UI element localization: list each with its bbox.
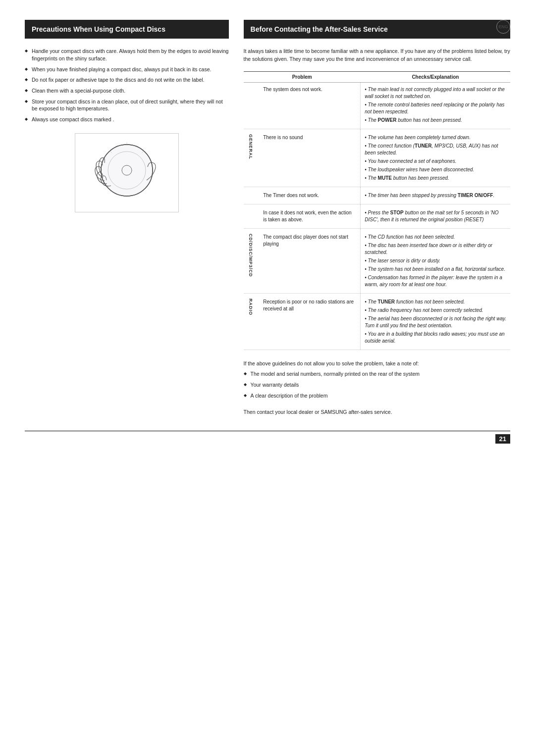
check-item: • Press the STOP button on the mait set … xyxy=(365,209,506,223)
bottom-text: If the above guidelines do not allow you… xyxy=(244,360,419,366)
right-intro-text: It always takes a little time to become … xyxy=(244,48,510,63)
problem-cell: There is no sound xyxy=(259,129,361,187)
col-header-problem: Problem xyxy=(244,71,361,82)
vertical-label: CD/DISC/MP3/CD xyxy=(248,234,256,277)
bullet-item: Clean them with a special-purpose cloth. xyxy=(25,87,229,95)
vertical-label: GENERAL xyxy=(248,134,256,159)
disc-image-container xyxy=(75,133,179,212)
svg-point-3 xyxy=(101,145,153,196)
problem-cell: The Timer does not work. xyxy=(259,187,361,204)
table-row: The system does not work.• The main lead… xyxy=(244,82,510,129)
check-item: • The laser sensor is dirty or dusty. xyxy=(365,257,506,264)
bullet-item: Handle your compact discs with care. Alw… xyxy=(25,48,229,62)
check-cell: • The volume has been completely turned … xyxy=(361,129,510,187)
bullet-item: Do not fix paper or adhesive tape to the… xyxy=(25,76,229,84)
check-item: • Condensation has formed in the player:… xyxy=(365,274,506,288)
problem-cell: The system does not work. xyxy=(259,82,361,129)
side-label-cell xyxy=(244,187,260,204)
side-label-cell: GENERAL xyxy=(244,129,260,187)
intro-bold: It always takes a little time to become … xyxy=(244,48,510,62)
check-cell: • The CD function has not been selected.… xyxy=(361,228,510,293)
right-section-header: Before Contacting the After-Sales Servic… xyxy=(244,20,510,39)
side-label-cell xyxy=(244,82,260,129)
check-cell: • The timer has been stopped by pressing… xyxy=(361,187,510,204)
eng-badge: ENG xyxy=(496,20,510,34)
bottom-bullet-item: A clear description of the problem xyxy=(244,392,510,400)
bottom-bullet-item: Your warranty details xyxy=(244,381,510,389)
bottom-notes: If the above guidelines do not allow you… xyxy=(244,360,510,416)
bottom-bullets-list: The model and serial numbers, normally p… xyxy=(244,370,510,399)
check-item: • The main lead is not correctly plugged… xyxy=(365,86,506,100)
check-item: • The system has not been installed on a… xyxy=(365,266,506,273)
page-layout: Precautions When Using Compact Discs Han… xyxy=(25,20,510,416)
side-label-cell: CD/DISC/MP3/CD xyxy=(244,228,260,293)
side-label-cell xyxy=(244,204,260,228)
bottom-footer: Then contact your local dealer or SAMSUN… xyxy=(244,408,510,416)
bullet-item: Store your compact discs in a clean plac… xyxy=(25,98,229,112)
check-item: • The timer has been stopped by pressing… xyxy=(365,192,506,199)
table-row: GENERALThere is no sound• The volume has… xyxy=(244,129,510,187)
check-item: • The correct function (TUNER, MP3/CD, U… xyxy=(365,143,506,156)
table-row: The Timer does not work.• The timer has … xyxy=(244,187,510,204)
check-item: • The remote control batteries need repl… xyxy=(365,101,506,115)
bullet-item: Always use compact discs marked . xyxy=(25,116,229,123)
check-item: • The POWER button has not been pressed. xyxy=(365,117,506,124)
right-column: ENG Before Contacting the After-Sales Se… xyxy=(244,20,510,416)
problem-cell: The compact disc player does not start p… xyxy=(259,228,361,293)
vertical-label: RADIO xyxy=(248,299,256,315)
page-number-bar: 21 xyxy=(25,431,510,444)
bullet-item: When you have finished playing a compact… xyxy=(25,66,229,73)
bottom-bullet-item: The model and serial numbers, normally p… xyxy=(244,370,510,378)
check-cell: • Press the STOP button on the mait set … xyxy=(361,204,510,228)
left-column: Precautions When Using Compact Discs Han… xyxy=(25,20,229,416)
check-item: • The radio frequency has not been corre… xyxy=(365,307,506,314)
disc-illustration xyxy=(82,138,171,207)
table-row: In case it does not work, even the actio… xyxy=(244,204,510,228)
col-header-check: Checks/Explanation xyxy=(361,71,510,82)
table-row: CD/DISC/MP3/CDThe compact disc player do… xyxy=(244,228,510,293)
side-label-cell: RADIO xyxy=(244,293,260,350)
table-row: RADIOReception is poor or no radio stati… xyxy=(244,293,510,350)
check-cell: • The main lead is not correctly plugged… xyxy=(361,82,510,129)
check-item: • The MUTE button has been pressed. xyxy=(365,175,506,182)
precautions-list: Handle your compact discs with care. Alw… xyxy=(25,48,229,123)
left-section-header: Precautions When Using Compact Discs xyxy=(25,20,229,39)
check-item: • You have connected a set of earphones. xyxy=(365,158,506,165)
check-item: • The CD function has not been selected. xyxy=(365,234,506,241)
troubleshooting-table: Problem Checks/Explanation The system do… xyxy=(244,71,510,350)
check-item: • The aerial has been disconnected or is… xyxy=(365,315,506,329)
problem-cell: In case it does not work, even the actio… xyxy=(259,204,361,228)
check-item: • You are in a building that blocks radi… xyxy=(365,331,506,345)
check-cell: • The TUNER function has not been select… xyxy=(361,293,510,350)
problem-cell: Reception is poor or no radio stations a… xyxy=(259,293,361,350)
page-number: 21 xyxy=(495,434,510,444)
check-item: • The volume has been completely turned … xyxy=(365,134,506,141)
check-item: • The disc has been inserted face down o… xyxy=(365,242,506,256)
check-item: • The TUNER function has not been select… xyxy=(365,299,506,305)
check-item: • The loudspeaker wires have been discon… xyxy=(365,166,506,173)
